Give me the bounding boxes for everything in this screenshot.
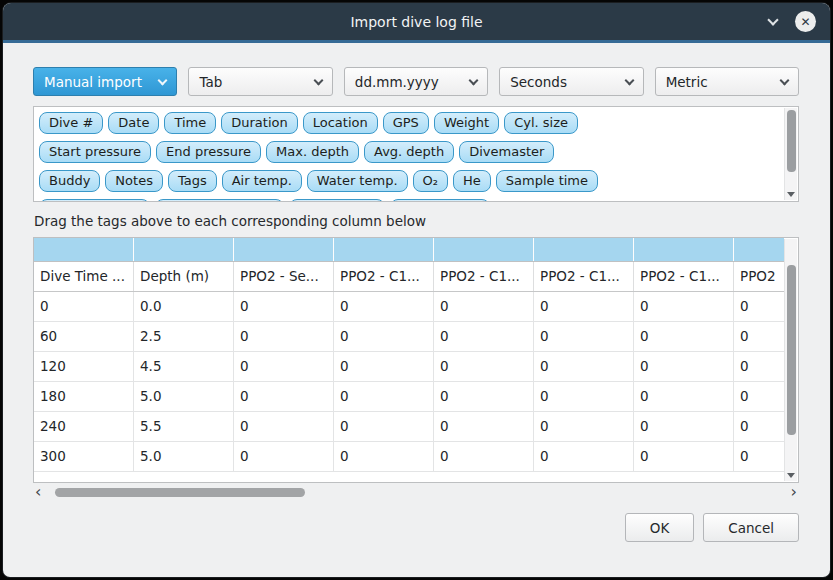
column-drop-target[interactable] bbox=[534, 238, 634, 261]
tag-avg-depth[interactable]: Avg. depth bbox=[364, 141, 454, 163]
scrollbar-thumb[interactable] bbox=[787, 265, 796, 435]
preview-table: Dive Time ...Depth (m)PPO2 - Se...PPO2 -… bbox=[33, 237, 799, 483]
table-cell: 0 bbox=[534, 442, 634, 471]
tag-end-pressure[interactable]: End pressure bbox=[156, 141, 261, 163]
table-cell: 0 bbox=[234, 322, 334, 351]
column-drop-target[interactable] bbox=[334, 238, 434, 261]
column-header: PPO2 - C1... bbox=[534, 262, 634, 291]
cancel-button[interactable]: Cancel bbox=[703, 513, 799, 542]
tag-sample-pressure[interactable]: Sample pressure bbox=[155, 199, 284, 201]
table-scrollbar-horizontal[interactable]: ‹ › bbox=[33, 485, 799, 500]
tag-weight[interactable]: Weight bbox=[434, 112, 499, 134]
tag-max-depth[interactable]: Max. depth bbox=[266, 141, 359, 163]
table-cell: 240 bbox=[34, 412, 134, 441]
column-drop-target[interactable] bbox=[734, 238, 784, 261]
table-cell: 0 bbox=[634, 412, 734, 441]
ok-button[interactable]: OK bbox=[625, 513, 694, 542]
table-row: 00.0000000 bbox=[34, 292, 784, 322]
combo-value: Tab bbox=[199, 74, 222, 90]
column-drop-target[interactable] bbox=[434, 238, 534, 261]
table-cell: 0 bbox=[734, 292, 784, 321]
table-cell: 0 bbox=[434, 382, 534, 411]
table-cell: 0.0 bbox=[134, 292, 234, 321]
table-cell: 0 bbox=[634, 352, 734, 381]
tag-air-temp-[interactable]: Air temp. bbox=[222, 170, 302, 192]
table-cell: 0 bbox=[334, 322, 434, 351]
tag-sample-cns[interactable]: Sample CNS bbox=[390, 199, 490, 201]
column-drop-target[interactable] bbox=[234, 238, 334, 261]
tag-sample-time[interactable]: Sample time bbox=[496, 170, 598, 192]
table-cell: 0 bbox=[634, 442, 734, 471]
tag-time[interactable]: Time bbox=[164, 112, 216, 134]
titlebar[interactable]: Import dive log file ✕ bbox=[3, 3, 830, 40]
table-cell: 0 bbox=[534, 412, 634, 441]
table-cell: 0 bbox=[634, 382, 734, 411]
combo-row: Manual importTabdd.mm.yyyySecondsMetric bbox=[33, 67, 799, 96]
table-cell: 0 bbox=[734, 412, 784, 441]
combo-value: Metric bbox=[666, 74, 708, 90]
tag-notes[interactable]: Notes bbox=[105, 170, 163, 192]
column-header: PPO2 - C1... bbox=[334, 262, 434, 291]
scroll-right-button[interactable]: › bbox=[791, 484, 797, 499]
drop-target-row bbox=[34, 238, 784, 262]
tag-sample-depth[interactable]: Sample depth bbox=[39, 199, 150, 201]
column-drop-target[interactable] bbox=[134, 238, 234, 261]
scrollbar-thumb[interactable] bbox=[787, 110, 796, 172]
table-cell: 0 bbox=[434, 352, 534, 381]
table-cell: 0 bbox=[734, 352, 784, 381]
table-scrollbar-vertical[interactable] bbox=[784, 239, 797, 481]
tag-he[interactable]: He bbox=[453, 170, 491, 192]
table-cell: 300 bbox=[34, 442, 134, 471]
scrollbar-thumb[interactable] bbox=[55, 488, 305, 497]
tag-tags[interactable]: Tags bbox=[168, 170, 217, 192]
tag-sample-po-[interactable]: Sample pO₂ bbox=[289, 199, 386, 201]
scroll-left-button[interactable]: ‹ bbox=[35, 484, 41, 499]
combo-date-format[interactable]: dd.mm.yyyy bbox=[344, 67, 488, 96]
tag-location[interactable]: Location bbox=[303, 112, 378, 134]
chevron-down-icon bbox=[767, 14, 778, 25]
tag-list: Dive #DateTimeDurationLocationGPSWeightC… bbox=[34, 107, 798, 201]
table-cell: 0 bbox=[234, 442, 334, 471]
titlebar-buttons: ✕ bbox=[769, 3, 816, 40]
tag-o-[interactable]: O₂ bbox=[413, 170, 448, 192]
close-icon: ✕ bbox=[800, 16, 810, 28]
tag-date[interactable]: Date bbox=[108, 112, 159, 134]
combo-import-type[interactable]: Manual import bbox=[33, 67, 177, 96]
tag-start-pressure[interactable]: Start pressure bbox=[39, 141, 151, 163]
scroll-down-button[interactable] bbox=[785, 192, 797, 197]
tag-row: Start pressureEnd pressureMax. depthAvg.… bbox=[39, 141, 778, 166]
combo-time-format[interactable]: Seconds bbox=[499, 67, 643, 96]
chevron-down-icon bbox=[158, 75, 168, 85]
column-drop-target[interactable] bbox=[634, 238, 734, 261]
shade-button[interactable] bbox=[769, 20, 777, 24]
tag-duration[interactable]: Duration bbox=[221, 112, 297, 134]
table-body: 00.0000000602.50000001204.50000001805.00… bbox=[34, 292, 784, 472]
scroll-down-button[interactable] bbox=[785, 473, 797, 478]
column-header: PPO2 bbox=[734, 262, 784, 291]
column-header: PPO2 - C1... bbox=[434, 262, 534, 291]
table-cell: 0 bbox=[34, 292, 134, 321]
table-cell: 0 bbox=[334, 412, 434, 441]
close-button[interactable]: ✕ bbox=[795, 11, 816, 32]
table-row: 602.5000000 bbox=[34, 322, 784, 352]
column-header: PPO2 - C1... bbox=[634, 262, 734, 291]
chevron-down-icon bbox=[313, 75, 323, 85]
table-cell: 5.0 bbox=[134, 382, 234, 411]
combo-units[interactable]: Metric bbox=[655, 67, 799, 96]
tag-cyl-size[interactable]: Cyl. size bbox=[504, 112, 578, 134]
table-row: 3005.0000000 bbox=[34, 442, 784, 472]
combo-field-separator[interactable]: Tab bbox=[188, 67, 332, 96]
tag-panel-scrollbar[interactable] bbox=[784, 108, 797, 200]
table-row: 1204.5000000 bbox=[34, 352, 784, 382]
tag-divemaster[interactable]: Divemaster bbox=[459, 141, 554, 163]
table-cell: 0 bbox=[534, 352, 634, 381]
column-drop-target[interactable] bbox=[34, 238, 134, 261]
instruction-text: Drag the tags above to each correspondin… bbox=[34, 213, 798, 229]
chevron-down-icon bbox=[469, 75, 479, 85]
tag-dive-[interactable]: Dive # bbox=[39, 112, 103, 134]
tag-gps[interactable]: GPS bbox=[383, 112, 429, 134]
tag-water-temp-[interactable]: Water temp. bbox=[307, 170, 408, 192]
table-cell: 0 bbox=[234, 412, 334, 441]
table-cell: 0 bbox=[334, 292, 434, 321]
tag-buddy[interactable]: Buddy bbox=[39, 170, 100, 192]
